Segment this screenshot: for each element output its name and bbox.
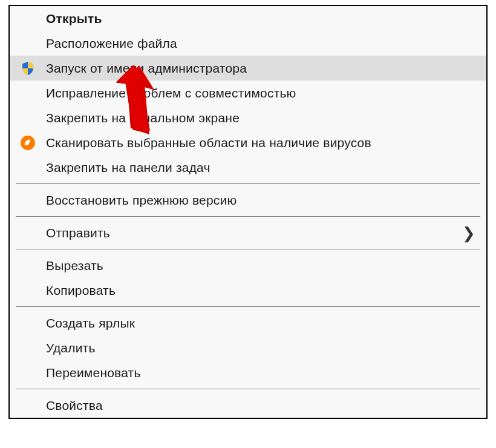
menu-item-properties[interactable]: Свойства — [10, 393, 486, 418]
menu-item-label: Исправление проблем с совместимостью — [46, 86, 296, 100]
menu-item-label: Отправить — [46, 226, 110, 240]
menu-item-copy[interactable]: Копировать — [10, 278, 486, 303]
menu-separator — [16, 249, 480, 249]
menu-item-file-location[interactable]: Расположение файла — [10, 31, 486, 56]
menu-item-label: Восстановить прежнюю версию — [46, 193, 237, 208]
menu-item-label: Запуск от имени администратора — [46, 61, 247, 76]
menu-item-label: Закрепить на начальном экране — [46, 111, 240, 125]
menu-item-rename[interactable]: Переименовать — [10, 360, 486, 385]
menu-item-cut[interactable]: Вырезать — [10, 253, 486, 278]
menu-item-label: Сканировать выбранные области на наличие… — [46, 136, 371, 150]
menu-item-label: Создать ярлык — [46, 316, 135, 331]
menu-item-scan-virus[interactable]: Сканировать выбранные области на наличие… — [10, 130, 486, 155]
menu-item-label: Закрепить на панели задач — [46, 160, 210, 175]
shield-icon — [18, 59, 38, 78]
menu-separator — [16, 389, 480, 389]
chevron-right-icon: ❯ — [462, 225, 475, 241]
menu-separator — [16, 216, 480, 217]
menu-item-label: Свойства — [46, 398, 103, 413]
menu-item-label: Открыть — [46, 12, 102, 26]
menu-item-pin-start[interactable]: Закрепить на начальном экране — [10, 105, 486, 130]
menu-item-label: Расположение файла — [46, 36, 177, 51]
menu-item-label: Переименовать — [46, 366, 141, 380]
menu-item-open[interactable]: Открыть — [10, 6, 486, 31]
menu-item-compat-troubleshoot[interactable]: Исправление проблем с совместимостью — [10, 81, 486, 105]
menu-item-label: Вырезать — [46, 259, 103, 273]
menu-item-pin-taskbar[interactable]: Закрепить на панели задач — [10, 155, 486, 180]
menu-item-run-as-admin[interactable]: Запуск от имени администратора — [10, 56, 486, 81]
menu-item-label: Удалить — [46, 341, 96, 355]
menu-item-send-to[interactable]: Отправить ❯ — [10, 220, 486, 245]
menu-item-create-shortcut[interactable]: Создать ярлык — [10, 311, 486, 335]
menu-item-label: Копировать — [46, 283, 116, 298]
menu-separator — [16, 183, 480, 184]
menu-item-restore-previous[interactable]: Восстановить прежнюю версию — [10, 188, 486, 212]
menu-separator — [16, 306, 480, 307]
context-menu: Открыть Расположение файла Запуск от име… — [8, 5, 488, 419]
avast-icon — [18, 133, 38, 153]
menu-item-delete[interactable]: Удалить — [10, 335, 486, 360]
